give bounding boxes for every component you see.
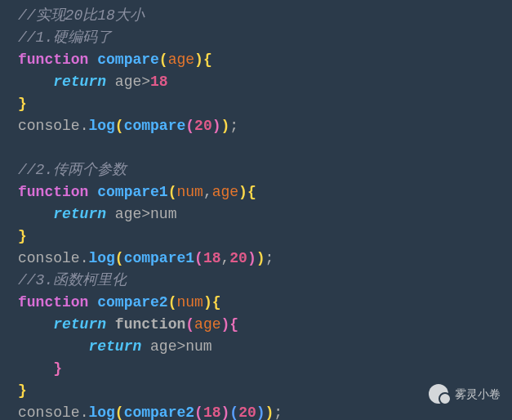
semicolon: ;: [229, 118, 238, 134]
number-literal: 20: [194, 118, 212, 134]
paren-open: (: [229, 404, 238, 420]
keyword-return: return: [53, 74, 106, 90]
brace-open: {: [212, 294, 221, 311]
paren-open: (: [115, 404, 124, 420]
number-literal: 20: [229, 250, 247, 266]
brace-open: {: [247, 184, 256, 200]
paren-open: (: [168, 184, 177, 200]
paren-open: (: [168, 294, 177, 311]
watermark-text: 雾灵小卷: [455, 386, 501, 403]
keyword-return: return: [53, 206, 106, 222]
paren-close: ): [212, 118, 221, 134]
paren-close: ): [221, 118, 230, 134]
paren-close: ): [256, 404, 265, 420]
paren-open: (: [185, 118, 194, 134]
number-literal: 18: [203, 250, 221, 266]
watermark: 雾灵小卷: [429, 384, 501, 404]
identifier: age: [115, 74, 141, 90]
log-method: log: [88, 404, 114, 420]
comma: ,: [203, 184, 212, 200]
function-call: compare1: [124, 250, 194, 266]
keyword-function: function: [18, 51, 88, 68]
paren-close: ): [221, 404, 230, 420]
number-literal: 20: [238, 404, 256, 420]
keyword-function: function: [18, 294, 88, 311]
paren-open: (: [115, 118, 124, 134]
comment: //1.硬编码了: [18, 29, 112, 46]
paren-close: ): [220, 316, 229, 333]
identifier: age: [115, 206, 141, 222]
function-name: compare: [97, 51, 159, 68]
console-object: console: [18, 404, 80, 420]
parameter: age: [212, 184, 238, 200]
dot: .: [80, 404, 89, 420]
dot: .: [80, 250, 89, 266]
brace-close: }: [18, 96, 27, 112]
paren-close: ): [203, 294, 212, 311]
semicolon: ;: [265, 250, 274, 266]
number-literal: 18: [150, 74, 168, 90]
wechat-icon: [429, 384, 448, 404]
function-name: compare2: [97, 294, 167, 311]
log-method: log: [88, 250, 114, 266]
paren-close: ): [194, 51, 203, 68]
operator-gt: >: [176, 338, 185, 355]
brace-close: }: [18, 228, 27, 244]
paren-open: (: [194, 250, 203, 266]
number-literal: 18: [203, 404, 221, 420]
paren-close: ): [256, 250, 265, 266]
function-call: compare2: [124, 404, 194, 420]
comma: ,: [221, 250, 230, 266]
function-name: compare1: [97, 184, 167, 200]
function-call: compare: [124, 118, 186, 134]
console-object: console: [18, 118, 80, 134]
identifier: num: [185, 338, 211, 355]
comment: //3.函数柯里化: [18, 272, 127, 288]
console-object: console: [18, 250, 80, 266]
comment: //实现20比18大小: [18, 7, 145, 24]
identifier: age: [150, 338, 176, 355]
paren-close: ): [265, 404, 274, 420]
keyword-return: return: [53, 316, 106, 333]
paren-open: (: [159, 51, 168, 68]
paren-open: (: [115, 250, 124, 266]
parameter: num: [176, 294, 203, 311]
paren-close: ): [247, 250, 256, 266]
identifier: num: [150, 206, 176, 222]
keyword-return: return: [88, 338, 141, 355]
parameter: num: [176, 184, 203, 200]
paren-close: ): [238, 184, 247, 200]
parameter: age: [194, 316, 220, 333]
code-block: //实现20比18大小 //1.硬编码了 function compare(ag…: [18, 5, 512, 420]
brace-open: {: [229, 316, 238, 333]
brace-open: {: [203, 51, 212, 68]
brace-close: }: [18, 382, 27, 399]
operator-gt: >: [141, 206, 150, 222]
operator-gt: >: [141, 74, 150, 90]
keyword-function: function: [18, 184, 88, 200]
log-method: log: [88, 118, 114, 134]
keyword-function: function: [115, 316, 185, 333]
parameter: age: [168, 51, 194, 68]
paren-open: (: [194, 404, 203, 420]
comment: //2.传两个参数: [18, 162, 127, 178]
brace-close: }: [53, 360, 62, 377]
paren-open: (: [185, 316, 194, 333]
semicolon: ;: [274, 404, 283, 420]
dot: .: [80, 118, 89, 134]
